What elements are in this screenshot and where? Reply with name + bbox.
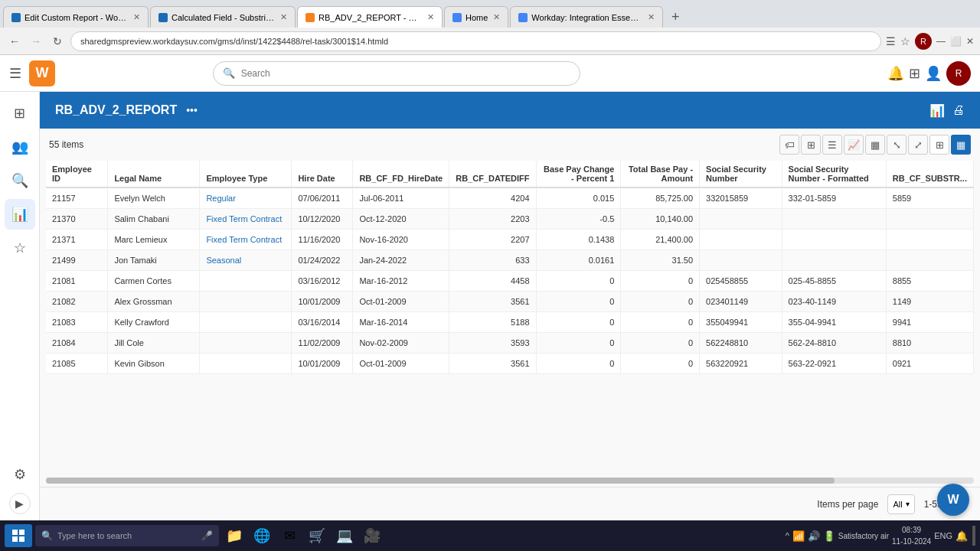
minimize-icon[interactable]: — xyxy=(936,36,946,47)
sidebar-icon-grid[interactable]: ⊞ xyxy=(5,98,35,129)
report-area: RB_ADV_2_REPORT ••• 📊 🖨 55 items 🏷 ⊞ ☰ 📈… xyxy=(40,92,980,520)
emp-type-link[interactable]: Fixed Term Contract xyxy=(206,214,282,223)
table-cell[interactable]: Regular xyxy=(200,187,292,209)
sidebar-icon-people[interactable]: 👥 xyxy=(5,132,35,162)
print-icon[interactable]: 🖨 xyxy=(952,103,965,118)
taskbar-icon-edge[interactable]: 🌐 xyxy=(250,523,274,548)
reload-button[interactable]: ↻ xyxy=(49,33,66,50)
emp-type-link[interactable]: Fixed Term Contract xyxy=(206,235,282,244)
table-cell: 563220921 xyxy=(700,354,782,374)
table-cell: 0 xyxy=(536,354,621,374)
tray-battery-icon[interactable]: 🔋 xyxy=(823,530,835,542)
toolbar-expand-icon[interactable]: ⤡ xyxy=(887,135,906,155)
tab-integration[interactable]: Workday: Integration Essential C... ✕ xyxy=(510,6,663,28)
tab-close-icon[interactable]: ✕ xyxy=(133,12,140,22)
toolbar-table-icon[interactable]: ⊞ xyxy=(929,135,949,155)
col-base-change-label: Base Pay Change - Percent 1 xyxy=(544,165,614,183)
tab-calc-field[interactable]: Calculated Field - Substring Text ✕ xyxy=(150,6,296,28)
table-cell[interactable]: Seasonal xyxy=(200,250,292,271)
table-container[interactable]: Employee ID Legal Name Employee Type Hir… xyxy=(40,161,980,478)
table-cell: 562-24-8810 xyxy=(782,333,886,354)
taskbar-search[interactable]: 🔍 Type here to search 🎤 xyxy=(35,525,219,546)
maximize-icon[interactable]: ⬜ xyxy=(950,36,962,47)
new-tab-button[interactable]: + xyxy=(665,6,686,28)
profile-icon[interactable]: R xyxy=(915,33,932,50)
table-row: 21083Kelly Crawford03/16/2014Mar-16-2014… xyxy=(46,312,974,333)
tab-close-icon[interactable]: ✕ xyxy=(493,12,500,22)
table-cell: 9941 xyxy=(886,312,973,333)
taskbar-icon-video[interactable]: 🎥 xyxy=(360,523,384,548)
workday-logo[interactable]: W xyxy=(29,60,55,86)
col-total-amount-label: Total Base Pay - Amount xyxy=(629,165,693,183)
tab-close-icon[interactable]: ✕ xyxy=(280,12,287,22)
toolbar-columns-icon[interactable]: ▦ xyxy=(865,135,885,155)
table-cell: 5188 xyxy=(449,312,536,333)
scroll-track[interactable] xyxy=(46,478,974,484)
items-per-page-select[interactable]: All ▾ xyxy=(887,494,914,514)
tab-close-icon[interactable]: ✕ xyxy=(427,12,434,22)
table-cell: 4204 xyxy=(449,187,536,209)
extensions-icon[interactable]: ☰ xyxy=(886,35,896,47)
notifications-tray-icon[interactable]: 🔔 xyxy=(956,530,968,542)
tab-close-icon[interactable]: ✕ xyxy=(648,12,655,22)
taskbar-icon-mail[interactable]: ✉ xyxy=(277,523,302,548)
address-input[interactable]: sharedgmspreview.workdaysuv.com/gms/d/in… xyxy=(70,31,881,51)
sidebar-icon-reports[interactable]: 📊 xyxy=(5,199,35,230)
start-button[interactable] xyxy=(5,524,32,547)
taskbar-icon-file[interactable]: 📁 xyxy=(222,523,247,548)
col-emp-type-label: Employee Type xyxy=(206,174,267,183)
table-cell[interactable]: Fixed Term Contract xyxy=(200,209,292,230)
toolbar-fullscreen-icon[interactable]: ⤢ xyxy=(908,135,928,155)
tray-up-arrow[interactable]: ^ xyxy=(786,531,789,540)
tab-home[interactable]: Home ✕ xyxy=(444,6,508,28)
tray-sound-icon[interactable]: 🔊 xyxy=(808,530,820,542)
table-cell: 21085 xyxy=(46,354,108,374)
scroll-thumb[interactable] xyxy=(46,478,835,484)
table-cell: 355049941 xyxy=(700,312,782,333)
report-menu-button[interactable]: ••• xyxy=(186,104,198,116)
apps-icon[interactable]: ⊞ xyxy=(909,65,920,82)
table-cell: 21157 xyxy=(46,187,108,209)
forward-button[interactable]: → xyxy=(28,33,44,50)
table-cell: Kevin Gibson xyxy=(108,354,200,374)
toolbar-export-icon[interactable]: ⊞ xyxy=(801,135,821,155)
tab-icon xyxy=(305,13,315,22)
table-cell: Evelyn Welch xyxy=(108,187,200,209)
col-datediff: RB_CF_DATEDIFF xyxy=(449,161,536,187)
table-cell: 07/06/2011 xyxy=(292,187,353,209)
tab-edit-report[interactable]: Edit Custom Report - Workday ✕ xyxy=(3,6,149,28)
notifications-icon[interactable]: 🔔 xyxy=(887,65,904,82)
table-row: 21082Alex Grossman10/01/2009Oct-01-20093… xyxy=(46,292,974,312)
back-button[interactable]: ← xyxy=(6,33,23,50)
taskbar-icon-store[interactable]: 🛒 xyxy=(305,523,329,548)
table-cell: 3593 xyxy=(449,333,536,354)
tray-keyboard-layout[interactable]: ENG xyxy=(934,531,952,540)
emp-type-link[interactable]: Seasonal xyxy=(206,256,241,265)
table-cell: Jon Tamaki xyxy=(108,250,200,271)
hamburger-menu[interactable]: ☰ xyxy=(9,65,21,82)
taskbar: 🔍 Type here to search 🎤 📁 🌐 ✉ 🛒 💻 🎥 ^ 📶 … xyxy=(0,520,980,551)
toolbar-filter-icon[interactable]: ☰ xyxy=(822,135,842,155)
clock-display[interactable]: 08:39 11-10-2024 xyxy=(892,524,931,547)
profile-nav-icon[interactable]: 👤 xyxy=(925,65,942,82)
toolbar-chart-icon[interactable]: 📈 xyxy=(844,135,864,155)
taskbar-icon-terminal[interactable]: 💻 xyxy=(332,523,357,548)
table-cell[interactable]: Fixed Term Contract xyxy=(200,230,292,250)
emp-type-link[interactable]: Regular xyxy=(206,194,236,203)
tray-network-icon[interactable]: 📶 xyxy=(792,530,805,542)
tab-rb-adv2[interactable]: RB_ADV_2_REPORT - Workday ✕ xyxy=(297,6,443,28)
bookmark-icon[interactable]: ☆ xyxy=(900,35,910,47)
toolbar-grid-icon[interactable]: ▦ xyxy=(951,135,971,155)
sidebar-icon-favorites[interactable]: ☆ xyxy=(5,233,35,263)
toolbar-tag-icon[interactable]: 🏷 xyxy=(779,135,799,155)
search-bar[interactable]: 🔍 xyxy=(213,61,580,86)
workday-floating-button[interactable]: W xyxy=(937,484,969,516)
avatar[interactable]: R xyxy=(946,61,971,86)
search-input[interactable] xyxy=(241,68,570,79)
sidebar-expand-icon[interactable]: ▶ xyxy=(9,493,31,514)
export-excel-icon[interactable]: 📊 xyxy=(929,103,945,118)
show-desktop-icon[interactable] xyxy=(972,526,975,546)
sidebar-icon-settings[interactable]: ⚙ xyxy=(5,459,35,490)
sidebar-icon-search[interactable]: 🔍 xyxy=(5,165,35,196)
close-browser-icon[interactable]: ✕ xyxy=(966,36,974,47)
